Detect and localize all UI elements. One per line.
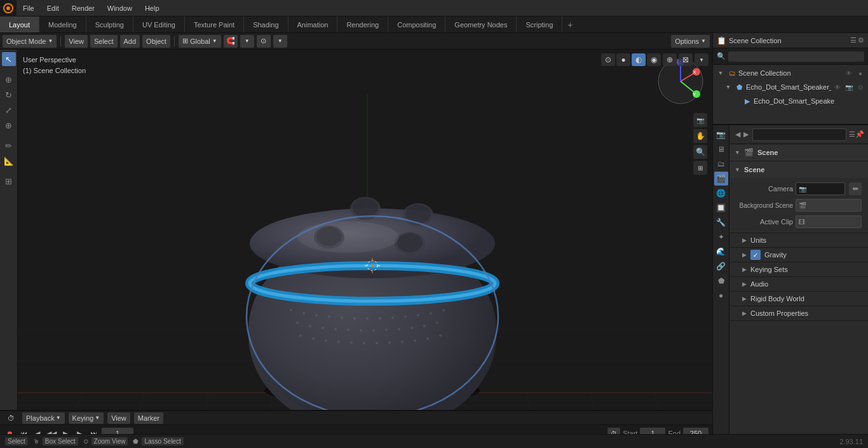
scene-sub-header[interactable]: ▼ Scene [729, 161, 868, 178]
rigid-body-header[interactable]: ▶ Rigid Body World [729, 292, 868, 306]
outliner-search-input[interactable] [728, 51, 864, 62]
tab-layout[interactable]: Layout [0, 17, 39, 32]
tab-scripting[interactable]: Scripting [517, 17, 562, 32]
viewport-3d[interactable]: User Perspective (1) Scene Collection X … [18, 50, 712, 410]
outliner-settings-btn[interactable]: ⚙ [858, 36, 864, 44]
tool-scale[interactable]: ⤢ [2, 103, 16, 117]
props-pin-btn[interactable]: 📌 [855, 128, 864, 142]
tab-uv-editing[interactable]: UV Editing [133, 17, 185, 32]
render-btn-1[interactable]: 📷 [844, 82, 854, 92]
menu-file[interactable]: File [17, 0, 41, 16]
tool-transform[interactable]: ⊕ [2, 118, 16, 132]
render-props-btn[interactable]: 📷 [714, 128, 728, 142]
tab-modeling[interactable]: Modeling [39, 17, 86, 32]
zoom-btn[interactable]: 🔍 [693, 145, 707, 159]
custom-props-header[interactable]: ▶ Custom Properties [729, 306, 868, 320]
particles-props-btn[interactable]: ✦ [714, 230, 728, 244]
snap-dropdown[interactable]: ▼ [240, 35, 254, 48]
menu-render[interactable]: Render [65, 0, 101, 16]
tab-texture-paint[interactable]: Texture Paint [185, 17, 244, 32]
material-props-btn[interactable]: ● [714, 288, 728, 302]
menu-window[interactable]: Window [101, 0, 139, 16]
tab-sculpting[interactable]: Sculpting [86, 17, 133, 32]
camera-edit-btn[interactable]: ✏ [849, 182, 862, 195]
blender-logo [0, 0, 17, 17]
tab-add-button[interactable]: + [562, 17, 578, 32]
scene-props-btn[interactable]: 🎬 [714, 172, 728, 186]
timeline-view-menu[interactable]: View [107, 412, 130, 424]
tool-add[interactable]: ⊞ [2, 174, 16, 188]
outliner-item-scene-collection[interactable]: ▼ 🗂 Scene Collection 👁 ● [713, 66, 868, 80]
gravity-header[interactable]: ▶ ✓ Gravity [729, 248, 868, 262]
keying-sets-header[interactable]: ▶ Keying Sets [729, 262, 868, 276]
scene-header-section: ▼ 🎬 Scene [729, 144, 868, 161]
tool-measure[interactable]: 📐 [2, 154, 16, 168]
visibility-btn-0[interactable]: 👁 [844, 68, 854, 78]
camera-view-btn[interactable]: 📷 [693, 113, 707, 127]
visibility-btn-1[interactable]: 👁 [832, 82, 843, 92]
object-mode-dropdown[interactable]: Object Mode ▼ [3, 35, 57, 48]
view-menu[interactable]: View [65, 35, 88, 48]
transform-orientation-dropdown[interactable]: ⊞ Global ▼ [179, 35, 221, 48]
tab-animation[interactable]: Animation [288, 17, 338, 32]
select-menu[interactable]: Select [90, 35, 118, 48]
snap-toggle[interactable]: 🧲 [224, 35, 238, 48]
modifier-props-btn[interactable]: 🔧 [714, 215, 728, 229]
camera-label: Camera [736, 185, 793, 193]
keying-dropdown[interactable]: Keying ▼ [69, 412, 104, 424]
keying-sets-expand: ▶ [742, 266, 747, 273]
select-btn-1[interactable]: ⊙ [855, 82, 865, 92]
units-section: ▶ Units [729, 233, 868, 248]
hand-move-btn[interactable]: ✋ [693, 129, 707, 143]
outliner-item-echo-dot[interactable]: ▼ ⬟ Echo_Dot_Smart_Speaker_00 👁 📷 ⊙ [713, 80, 868, 94]
outliner-filter-btn[interactable]: ☰ [850, 36, 857, 44]
gizmo-dropdown[interactable]: ▼ [695, 53, 709, 66]
playback-dropdown[interactable]: Playback ▼ [22, 412, 65, 424]
exclude-btn-0[interactable]: ● [855, 68, 865, 78]
options-dropdown[interactable]: Options ▼ [671, 35, 710, 48]
gravity-checkbox[interactable]: ✓ [750, 250, 761, 260]
active-clip-value[interactable]: 🎞 [796, 215, 862, 228]
tool-rotate[interactable]: ↻ [2, 88, 16, 102]
props-nav-back[interactable]: ◀ [733, 128, 742, 142]
audio-header[interactable]: ▶ Audio [729, 277, 868, 291]
proportional-dropdown[interactable]: ▼ [273, 35, 287, 48]
tool-select-box[interactable]: ↖ [2, 52, 16, 66]
props-search-input[interactable] [752, 128, 846, 141]
xray-btn[interactable]: ⊠ [679, 53, 693, 66]
physics-props-btn[interactable]: 🌊 [714, 245, 728, 259]
object-menu[interactable]: Object [142, 35, 170, 48]
overlay-btn[interactable]: ⊕ [663, 53, 677, 66]
output-props-btn[interactable]: 🖥 [714, 142, 728, 156]
rendered-btn[interactable]: ◉ [647, 53, 661, 66]
tab-shading[interactable]: Shading [244, 17, 288, 32]
outliner-item-echo-dot-data[interactable]: ▶ ▶ Echo_Dot_Smart_Speake [713, 94, 868, 108]
solid-btn[interactable]: ● [616, 53, 630, 66]
object-props-btn[interactable]: 🔲 [714, 201, 728, 215]
tab-rendering[interactable]: Rendering [337, 17, 388, 32]
tab-compositing[interactable]: Compositing [388, 17, 445, 32]
gravity-section: ▶ ✓ Gravity [729, 248, 868, 262]
props-nav-forward[interactable]: ▶ [742, 128, 750, 142]
object-data-props-btn[interactable]: ⬟ [714, 274, 728, 288]
background-scene-value[interactable]: 🎬 [796, 199, 862, 212]
tool-annotate[interactable]: ✏ [2, 139, 16, 153]
props-filter-btn[interactable]: ☰ [849, 130, 855, 139]
tool-move[interactable]: ⊕ [2, 72, 16, 86]
constraints-props-btn[interactable]: 🔗 [714, 259, 728, 273]
camera-value[interactable]: 📷 [796, 182, 845, 195]
material-btn[interactable]: ◐ [632, 53, 646, 66]
wireframe-btn[interactable]: ⊙ [601, 53, 615, 66]
world-props-btn[interactable]: 🌐 [714, 186, 728, 200]
marker-menu[interactable]: Marker [134, 412, 163, 424]
units-header[interactable]: ▶ Units [729, 233, 868, 247]
mouse-icon: 🖱 [33, 438, 39, 445]
toggle-view-btn[interactable]: ⊞ [693, 161, 707, 175]
scene-main-header[interactable]: ▼ 🎬 Scene [729, 144, 868, 161]
proportional-edit-toggle[interactable]: ⊙ [257, 35, 271, 48]
tab-geometry-nodes[interactable]: Geometry Nodes [445, 17, 517, 32]
add-menu[interactable]: Add [120, 35, 140, 48]
menu-edit[interactable]: Edit [41, 0, 65, 16]
view-layer-props-btn[interactable]: 🗂 [714, 157, 728, 171]
menu-help[interactable]: Help [139, 0, 166, 16]
